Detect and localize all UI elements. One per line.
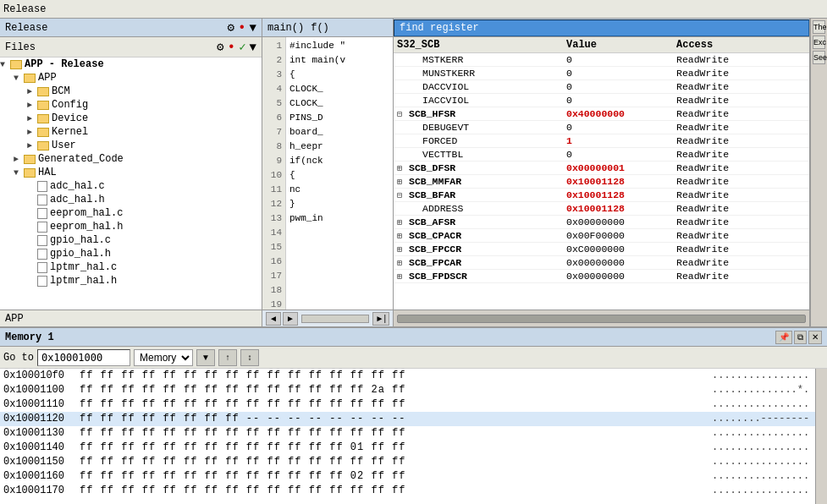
reg-expand-SCB_MMFAR[interactable]: ⊞ — [397, 177, 409, 187]
memory-rows-container: 0x100010f0 ff ff ff ff ff ff ff ff ff ff… — [0, 369, 815, 504]
reg-expand-SCB_FPDSCR[interactable]: ⊞ — [397, 271, 409, 282]
scroll-btn[interactable]: ▼ — [250, 21, 256, 35]
reg-access-MUNSTKERR: ReadWrite — [676, 68, 806, 79]
reg-value-IACCVIOL: 0 — [566, 95, 676, 106]
code-line-4: { — [289, 68, 389, 82]
reg-name-text-SCB_DFSR: SCB_DFSR — [409, 162, 455, 173]
far-right-btn-exc[interactable]: Exc — [813, 36, 825, 49]
memory-pin-btn[interactable]: 📌 — [775, 331, 792, 344]
nav-end-btn[interactable]: ►| — [372, 312, 390, 326]
tree-item-gpio_hal_h[interactable]: ►gpio_hal.h — [0, 247, 262, 260]
tree-item-app[interactable]: ▼APP — [0, 71, 262, 85]
tree-item-generated[interactable]: ►Generated_Code — [0, 152, 262, 166]
goto-input[interactable] — [37, 349, 130, 366]
mem-ascii-1: ..............*. — [702, 383, 812, 397]
tree-item-lptmr_hal_c[interactable]: ►lptmr_hal.c — [0, 260, 262, 274]
mem-bytes-8: ff ff ff ff ff ff ff ff ff ff ff ff ff f… — [80, 484, 702, 498]
reg-row-address[interactable]: ⊞ADDRESS0x10001128ReadWrite — [394, 202, 809, 216]
tree-arrow-bcm[interactable]: ► — [27, 87, 37, 96]
reg-row-scb_mmfar[interactable]: ⊞SCB_MMFAR0x10001128ReadWrite — [394, 175, 809, 189]
reg-row-mstkerr[interactable]: ⊞MSTKERR0ReadWrite — [394, 53, 809, 67]
tree-arrow-hal[interactable]: ▼ — [14, 168, 24, 178]
reg-row-scb_hfsr[interactable]: ⊟SCB_HFSR0x40000000ReadWrite — [394, 107, 809, 121]
reg-row-scb_fpdscr[interactable]: ⊞SCB_FPDSCR0x00000000ReadWrite — [394, 270, 809, 283]
reg-name-text-MSTKERR: MSTKERR — [422, 54, 463, 65]
memory-type-dropdown[interactable]: Memory — [134, 349, 193, 366]
nav-left-btn[interactable]: ◄ — [266, 312, 281, 326]
tree-label-config: Config — [52, 99, 88, 111]
line-num-9: 9 — [266, 154, 282, 168]
reg-expand-SCB_DFSR[interactable]: ⊞ — [397, 163, 409, 173]
nav-right-btn[interactable]: ► — [283, 312, 298, 326]
reg-expand-SCB_FPCAR[interactable]: ⊞ — [397, 258, 409, 268]
tree-item-kernel[interactable]: ►Kernel — [0, 125, 262, 139]
reg-name-IACCVIOL: ⊞IACCVIOL — [397, 95, 566, 106]
code-line-16: } — [289, 197, 389, 211]
file-icon-adc_hal_c — [37, 181, 47, 192]
reg-expand-SCB_CPACR[interactable]: ⊞ — [397, 231, 409, 241]
reg-scroll-thumb[interactable] — [397, 315, 806, 323]
tree-item-eeprom_hal_c[interactable]: ►eeprom_hal.c — [0, 206, 262, 220]
memory-dropdown-btn[interactable]: ▼ — [196, 349, 215, 366]
reg-row-munstkerr[interactable]: ⊞MUNSTKERR0ReadWrite — [394, 67, 809, 80]
reg-expand-SCB_BFAR[interactable]: ⊟ — [397, 190, 409, 200]
reg-name-text-ADDRESS: ADDRESS — [422, 203, 463, 214]
memory-close-btn[interactable]: ✕ — [808, 331, 822, 344]
memory-next-btn[interactable]: ↕ — [240, 349, 259, 366]
tree-arrow-app[interactable]: ▼ — [14, 74, 24, 83]
reg-expand-SCB_HFSR[interactable]: ⊟ — [397, 109, 409, 119]
tree-item-device[interactable]: ►Device — [0, 112, 262, 125]
editor-tab-main[interactable]: main() — [267, 22, 304, 34]
line-num-7: 7 — [266, 125, 282, 140]
register-search-box[interactable]: find register — [394, 19, 809, 36]
reg-expand-SCB_FPCCR[interactable]: ⊞ — [397, 244, 409, 255]
reg-row-scb_fpccr[interactable]: ⊞SCB_FPCCR0xC0000000ReadWrite — [394, 243, 809, 256]
reg-expand-SCB_AFSR[interactable]: ⊞ — [397, 217, 409, 227]
reg-row-vecttbl[interactable]: ⊞VECTTBL0ReadWrite — [394, 148, 809, 162]
tree-item-adc_hal_c[interactable]: ►adc_hal.c — [0, 179, 262, 193]
reg-row-scb_afsr[interactable]: ⊞SCB_AFSR0x00000000ReadWrite — [394, 216, 809, 229]
reg-row-scb_fpcar[interactable]: ⊞SCB_FPCAR0x00000000ReadWrite — [394, 256, 809, 270]
memory-scrollbar[interactable] — [815, 369, 827, 504]
reg-value-SCB_CPACR: 0x00F00000 — [566, 230, 676, 241]
tree-arrow-kernel[interactable]: ► — [27, 128, 37, 137]
files-scroll-btn[interactable]: ▼ — [250, 41, 256, 54]
code-area[interactable]: #include "int main(v{ CLOCK_ CLOCK_ PINS… — [286, 37, 393, 310]
reg-row-iaccviol[interactable]: ⊞IACCVIOL0ReadWrite — [394, 94, 809, 107]
editor-content: 1234567891011121314151617181920 #include… — [262, 37, 393, 310]
memory-prev-btn[interactable]: ↑ — [218, 349, 237, 366]
tree-arrow-device[interactable]: ► — [27, 114, 37, 123]
mem-row-5: 0x10001140 ff ff ff ff ff ff ff ff ff ff… — [0, 441, 815, 455]
reg-row-forced[interactable]: ⊞FORCED1ReadWrite — [394, 134, 809, 148]
reg-row-scb_dfsr[interactable]: ⊞SCB_DFSR0x00000001ReadWrite — [394, 162, 809, 175]
files-gear-icon[interactable]: ⚙ — [217, 40, 223, 54]
tree-item-lptmr_hal_h[interactable]: ►lptmr_hal.h — [0, 274, 262, 288]
tree-arrow-user[interactable]: ► — [27, 141, 37, 151]
tree-label-lptmr_hal_h: lptmr_hal.h — [50, 275, 117, 287]
reg-row-daccviol[interactable]: ⊞DACCVIOL0ReadWrite — [394, 80, 809, 94]
editor-tab-f[interactable]: f() — [311, 22, 329, 34]
tree-arrow-config[interactable]: ► — [27, 101, 37, 110]
tree-item-gpio_hal_c[interactable]: ►gpio_hal.c — [0, 233, 262, 247]
reg-row-debugevt[interactable]: ⊞DEBUGEVT0ReadWrite — [394, 121, 809, 134]
tree-item-user[interactable]: ►User — [0, 139, 262, 152]
tree-item-eeprom_hal_h[interactable]: ►eeprom_hal.h — [0, 220, 262, 233]
tree-item-config[interactable]: ►Config — [0, 98, 262, 112]
tree-item-app-release[interactable]: ▼APP - Release — [0, 58, 262, 71]
tree-item-adc_hal_h[interactable]: ►adc_hal.h — [0, 193, 262, 206]
tree-item-hal[interactable]: ▼HAL — [0, 166, 262, 179]
gear-icon[interactable]: ⚙ — [228, 20, 234, 35]
reg-row-scb_cpacr[interactable]: ⊞SCB_CPACR0x00F00000ReadWrite — [394, 229, 809, 243]
far-right-btn-the[interactable]: The — [813, 20, 825, 34]
mem-row-0: 0x100010f0 ff ff ff ff ff ff ff ff ff ff… — [0, 369, 815, 383]
far-right-btn-see[interactable]: See — [813, 51, 825, 64]
mem-ascii-8: ................ — [702, 484, 812, 498]
file-icon-adc_hal_h — [37, 194, 47, 205]
line-num-13: 13 — [266, 211, 282, 226]
reg-row-scb_bfar[interactable]: ⊟SCB_BFAR0x10001128ReadWrite — [394, 189, 809, 202]
memory-float-btn[interactable]: ⧉ — [794, 331, 807, 344]
tree-arrow-generated[interactable]: ► — [14, 155, 24, 164]
tree-arrow-app-release[interactable]: ▼ — [0, 60, 10, 69]
tree-item-bcm[interactable]: ►BCM — [0, 85, 262, 98]
code-line-5: CLOCK_ — [289, 82, 389, 96]
